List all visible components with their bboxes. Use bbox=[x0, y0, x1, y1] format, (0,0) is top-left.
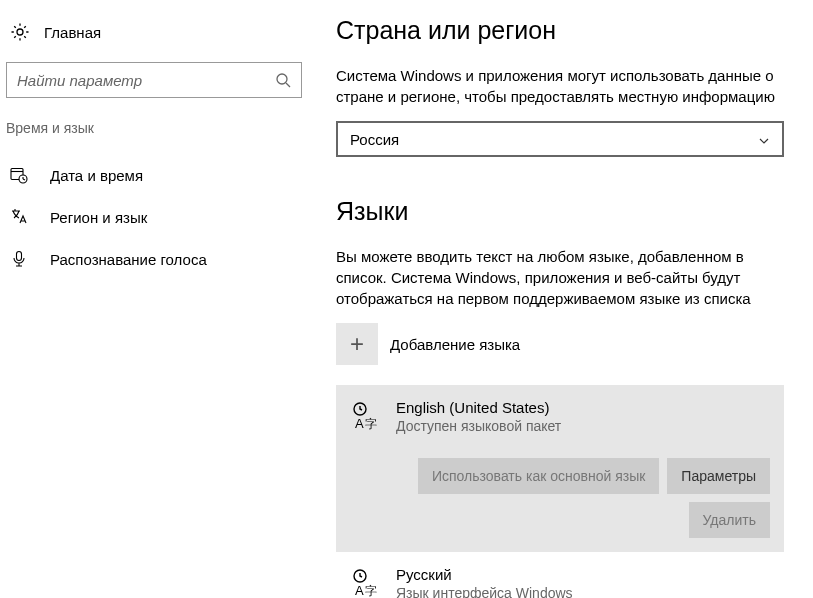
delete-row: Удалить bbox=[350, 502, 770, 538]
languages-description: Вы можете вводить текст на любом языке, … bbox=[336, 246, 785, 309]
chevron-down-icon bbox=[758, 133, 770, 145]
language-a-icon: A 字 bbox=[350, 568, 380, 598]
svg-rect-8 bbox=[17, 252, 22, 261]
language-buttons: Использовать как основной язык Параметры bbox=[350, 458, 770, 494]
search-input[interactable] bbox=[7, 63, 301, 97]
language-a-icon: A 字 bbox=[350, 401, 380, 431]
language-name: Русский bbox=[396, 566, 573, 583]
calendar-clock-icon bbox=[10, 166, 28, 184]
add-language-button[interactable]: + Добавление языка bbox=[336, 323, 785, 365]
country-value: Россия bbox=[350, 131, 399, 148]
remove-button[interactable]: Удалить bbox=[689, 502, 770, 538]
language-icon bbox=[10, 208, 28, 226]
search-box[interactable] bbox=[6, 62, 302, 98]
section-title: Время и язык bbox=[0, 120, 320, 154]
svg-line-2 bbox=[286, 83, 290, 87]
svg-text:A: A bbox=[355, 416, 364, 431]
country-select[interactable]: Россия bbox=[336, 121, 784, 157]
search-wrap bbox=[0, 62, 320, 98]
svg-text:字: 字 bbox=[365, 417, 377, 431]
language-header: A 字 English (United States) Доступен язы… bbox=[350, 399, 770, 434]
region-heading: Страна или регион bbox=[336, 16, 785, 45]
svg-text:A: A bbox=[355, 583, 364, 598]
svg-text:字: 字 bbox=[365, 584, 377, 598]
sidebar-item-speech[interactable]: Распознавание голоса bbox=[0, 238, 320, 280]
home-button[interactable]: Главная bbox=[0, 16, 320, 48]
language-name: English (United States) bbox=[396, 399, 561, 416]
plus-icon: + bbox=[336, 323, 378, 365]
search-icon bbox=[275, 72, 291, 88]
set-default-button[interactable]: Использовать как основной язык bbox=[418, 458, 659, 494]
add-language-label: Добавление языка bbox=[390, 336, 520, 353]
language-subtitle: Доступен языковой пакет bbox=[396, 418, 561, 434]
sidebar-item-date-time[interactable]: Дата и время bbox=[0, 154, 320, 196]
nav-label: Распознавание голоса bbox=[50, 251, 207, 268]
svg-point-0 bbox=[17, 29, 23, 35]
nav-label: Дата и время bbox=[50, 167, 143, 184]
language-item-selected[interactable]: A 字 English (United States) Доступен язы… bbox=[336, 385, 784, 552]
sidebar: Главная Время и язык Дата и время bbox=[0, 0, 320, 598]
home-label: Главная bbox=[44, 24, 101, 41]
languages-heading: Языки bbox=[336, 197, 785, 226]
region-description: Система Windows и приложения могут испол… bbox=[336, 65, 785, 107]
gear-icon bbox=[10, 22, 30, 42]
sidebar-item-region-language[interactable]: Регион и язык bbox=[0, 196, 320, 238]
svg-point-1 bbox=[277, 74, 287, 84]
nav-label: Регион и язык bbox=[50, 209, 147, 226]
main-content: Страна или регион Система Windows и прил… bbox=[320, 0, 813, 598]
language-item[interactable]: A 字 Русский Язык интерфейса Windows bbox=[336, 566, 784, 598]
microphone-icon bbox=[10, 250, 28, 268]
language-subtitle: Язык интерфейса Windows bbox=[396, 585, 573, 598]
options-button[interactable]: Параметры bbox=[667, 458, 770, 494]
